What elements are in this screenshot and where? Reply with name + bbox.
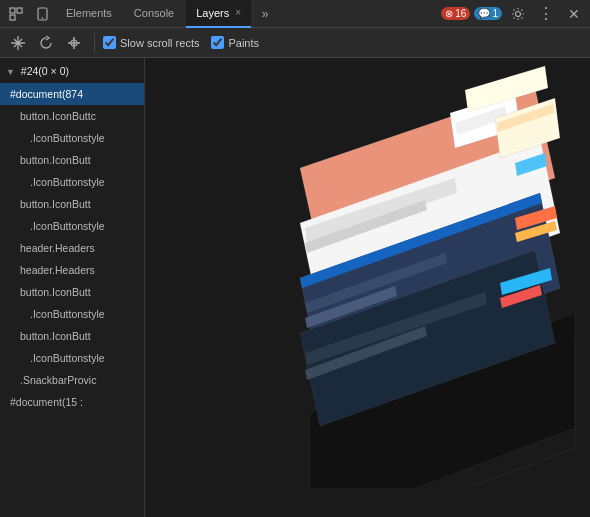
kebab-menu-icon[interactable]: ⋮ (534, 2, 558, 26)
list-item[interactable]: .IconButtonstyle (0, 303, 144, 325)
tab-more-icon[interactable]: » (253, 2, 277, 26)
tab-layers-close[interactable]: × (235, 8, 241, 18)
list-item[interactable]: #document(15 : (0, 391, 144, 413)
layer-stack-svg (145, 58, 585, 488)
list-item[interactable]: button.IconButt (0, 193, 144, 215)
list-item[interactable]: button.IconButtc (0, 105, 144, 127)
layers-toolbar: Slow scroll rects Paints (0, 28, 590, 58)
tab-right-icons: ⊗ 16 💬 1 ⋮ ✕ (441, 2, 586, 26)
svg-point-5 (516, 11, 521, 16)
layer-panel[interactable]: ▼ #24(0 × 0) #document(874 button.IconBu… (0, 58, 145, 517)
list-item[interactable]: button.IconButt (0, 281, 144, 303)
list-item[interactable]: header.Headers (0, 237, 144, 259)
error-badge[interactable]: ⊗ 16 (441, 7, 470, 20)
layer-root-item[interactable]: ▼ #24(0 × 0) (0, 60, 144, 83)
devtools-mobile-icon[interactable] (30, 2, 54, 26)
list-item[interactable]: #document(874 (0, 83, 144, 105)
list-item[interactable]: header.Headers (0, 259, 144, 281)
settings-icon[interactable] (506, 2, 530, 26)
close-devtools-icon[interactable]: ✕ (562, 2, 586, 26)
svg-rect-1 (10, 15, 15, 20)
tab-layers[interactable]: Layers × (186, 0, 251, 28)
layer-3d-container (145, 58, 590, 517)
rotate-tool-icon[interactable] (34, 31, 58, 55)
svg-rect-0 (10, 8, 15, 13)
layer-3d-canvas[interactable] (145, 58, 590, 517)
error-icon: ⊗ (445, 8, 453, 19)
message-icon: 💬 (478, 8, 490, 19)
collapse-arrow: ▼ (6, 63, 15, 81)
list-item[interactable]: .IconButtonstyle (0, 215, 144, 237)
tab-console[interactable]: Console (124, 0, 184, 28)
tab-bar: Elements Console Layers × » ⊗ 16 💬 1 ⋮ ✕ (0, 0, 590, 28)
list-item[interactable]: .IconButtonstyle (0, 347, 144, 369)
slow-scroll-rects-checkbox[interactable]: Slow scroll rects (103, 36, 199, 49)
list-item[interactable]: button.IconButt (0, 149, 144, 171)
devtools-inspect-icon[interactable] (4, 2, 28, 26)
tab-elements[interactable]: Elements (56, 0, 122, 28)
main-content: ▼ #24(0 × 0) #document(874 button.IconBu… (0, 58, 590, 517)
toolbar-divider (94, 33, 95, 53)
paints-checkbox[interactable]: Paints (211, 36, 259, 49)
list-item[interactable]: button.IconButt (0, 325, 144, 347)
list-item[interactable]: .SnackbarProvic (0, 369, 144, 391)
svg-point-4 (41, 17, 43, 19)
pan-tool2-icon[interactable] (62, 31, 86, 55)
svg-rect-2 (17, 8, 22, 13)
message-badge[interactable]: 💬 1 (474, 7, 502, 20)
pan-tool-icon[interactable] (6, 31, 30, 55)
list-item[interactable]: .IconButtonstyle (0, 127, 144, 149)
list-item[interactable]: .IconButtonstyle (0, 171, 144, 193)
